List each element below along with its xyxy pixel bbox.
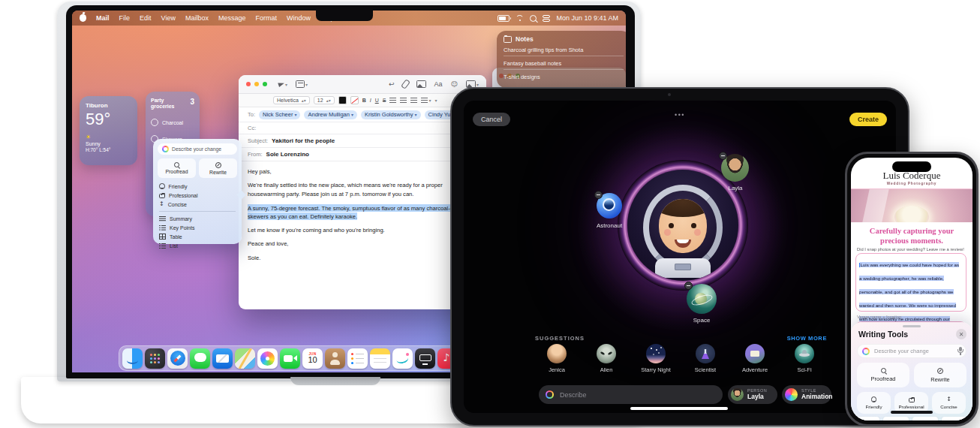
tone-friendly-button[interactable]: Friendly xyxy=(857,392,891,414)
indent-button[interactable]: ▾ xyxy=(434,98,437,103)
reminder-item[interactable]: Charcoal xyxy=(151,119,194,126)
strikethrough-button[interactable]: S xyxy=(383,98,386,103)
note-item[interactable]: Charcoal grilling tips from Shota xyxy=(504,43,624,56)
dock-notes-icon[interactable] xyxy=(370,348,390,369)
sheet-grabber[interactable] xyxy=(903,325,921,327)
suggestion-scientist[interactable] xyxy=(696,344,715,363)
align-center-icon[interactable] xyxy=(400,98,407,103)
suggestion-adventure[interactable] xyxy=(745,344,765,363)
person-chip[interactable]: PERSON Layla xyxy=(728,385,777,404)
dock-facetime-icon[interactable] xyxy=(280,348,300,369)
describe-change-input[interactable] xyxy=(857,344,966,358)
menu-edit[interactable]: Edit xyxy=(140,14,152,22)
format-card-summary[interactable] xyxy=(854,417,879,420)
menu-mail[interactable]: Mail xyxy=(96,14,110,22)
bold-button[interactable]: B xyxy=(362,98,366,103)
recipient-chip[interactable]: Nick Scheer▾ xyxy=(259,110,300,119)
format-card-list[interactable] xyxy=(942,417,967,420)
italic-button[interactable]: I xyxy=(370,98,371,103)
format-key-points-option[interactable]: Key Points xyxy=(158,223,237,232)
suggestion-alien[interactable] xyxy=(597,344,616,363)
menu-mailbox[interactable]: Mailbox xyxy=(185,14,209,22)
from-field[interactable]: From: Sole Lorenzino xyxy=(239,148,486,161)
remove-concept-icon[interactable] xyxy=(719,152,727,160)
emoji-button[interactable]: ☺ xyxy=(451,80,458,88)
menu-view[interactable]: View xyxy=(161,14,176,22)
font-family-select[interactable]: Helvetica▴▾ xyxy=(273,96,310,104)
concept-bubble-astronaut[interactable] xyxy=(597,193,622,219)
format-card-table[interactable] xyxy=(912,417,938,420)
menubar-clock[interactable]: Mon Jun 10 9:41 AM xyxy=(556,14,618,22)
home-indicator[interactable] xyxy=(891,411,933,414)
underline-button[interactable]: U xyxy=(375,98,379,103)
align-right-icon[interactable] xyxy=(410,98,417,103)
dock-appletv-icon[interactable] xyxy=(415,348,435,369)
dock-mail-icon[interactable] xyxy=(212,348,233,369)
dock-safari-icon[interactable] xyxy=(167,348,188,369)
dock-reminders-icon[interactable] xyxy=(347,348,368,369)
to-field[interactable]: To: Nick Scheer▾ Andrew Mulligan▾ Kristi… xyxy=(239,107,486,122)
apple-menu-icon[interactable] xyxy=(80,14,86,22)
dock-finder-icon[interactable] xyxy=(122,348,143,369)
proofread-button[interactable]: Proofread xyxy=(158,158,196,178)
control-center-icon[interactable] xyxy=(543,15,550,22)
fonts-button[interactable]: Aa xyxy=(434,80,443,88)
dock-messages-icon[interactable] xyxy=(190,348,210,369)
notes-widget[interactable]: Notes Charcoal grilling tips from Shota … xyxy=(497,31,626,88)
tone-concise-option[interactable]: ↕ Concise xyxy=(158,200,237,209)
remove-concept-icon[interactable] xyxy=(684,282,693,290)
weather-widget[interactable]: Tiburon 59° ☀ Sunny H:70° L:54° xyxy=(80,96,137,165)
tone-friendly-option[interactable]: Friendly xyxy=(158,182,237,191)
note-item[interactable]: Fantasy baseball notes xyxy=(504,56,624,70)
font-size-select[interactable]: 12▴▾ xyxy=(314,96,335,104)
dock-calendar-icon[interactable]: JUN 10 xyxy=(302,348,323,369)
recipient-chip[interactable]: Kristin Goldsworthy▾ xyxy=(361,110,421,119)
list-style-button[interactable]: ▾ xyxy=(421,98,431,103)
attach-button[interactable] xyxy=(403,80,408,89)
subject-field[interactable]: Subject: Yakitori for the people xyxy=(239,134,486,148)
proofread-button[interactable]: Proofread xyxy=(857,363,909,387)
send-button[interactable]: ▾ xyxy=(278,82,287,87)
align-left-icon[interactable] xyxy=(389,98,396,103)
menu-file[interactable]: File xyxy=(119,14,131,22)
highlight-color-swatch[interactable] xyxy=(350,96,359,104)
menu-format[interactable]: Format xyxy=(255,14,277,22)
minimize-window-icon[interactable] xyxy=(254,82,259,86)
battery-icon[interactable] xyxy=(498,15,510,22)
format-list-option[interactable]: List xyxy=(158,241,237,250)
remove-concept-icon[interactable] xyxy=(594,191,603,199)
wifi-icon[interactable] xyxy=(516,15,524,21)
spotlight-search-icon[interactable] xyxy=(530,15,537,22)
dock-launchpad-icon[interactable] xyxy=(145,348,165,369)
create-button[interactable]: Create xyxy=(849,113,887,126)
home-indicator[interactable] xyxy=(630,407,728,410)
concept-bubble-space[interactable] xyxy=(687,284,717,314)
insert-image-button[interactable] xyxy=(416,80,426,89)
tone-professional-option[interactable]: Professional xyxy=(158,191,237,200)
recipient-chip[interactable]: Andrew Mulligan▾ xyxy=(304,110,356,119)
close-button[interactable]: ✕ xyxy=(956,329,966,339)
zoom-window-icon[interactable] xyxy=(263,82,267,86)
email-body[interactable]: Hey pals, We're finally settled into the… xyxy=(239,161,486,273)
dock-maps-icon[interactable] xyxy=(235,348,255,369)
rewrite-button[interactable]: Rewrite xyxy=(914,363,966,387)
reminder-checkbox-icon[interactable] xyxy=(151,119,158,126)
describe-input[interactable] xyxy=(539,385,723,404)
header-fields-button[interactable]: ▾ xyxy=(296,80,308,88)
menu-message[interactable]: Message xyxy=(218,14,246,22)
close-window-icon[interactable] xyxy=(246,82,251,86)
rewrite-button[interactable]: Rewrite xyxy=(199,158,237,178)
dock-contacts-icon[interactable] xyxy=(325,348,345,369)
dock-photos-icon[interactable] xyxy=(257,348,278,369)
describe-change-field[interactable]: Describe your change xyxy=(158,143,237,155)
suggestion-starry-night[interactable] xyxy=(646,344,666,363)
review-textarea[interactable]: Luis was everything we could have hoped … xyxy=(855,253,966,312)
suggestion-sci-fi[interactable] xyxy=(795,344,814,363)
suggestion-jenica[interactable] xyxy=(547,344,567,363)
note-item[interactable]: T-shirt designs xyxy=(504,70,624,83)
format-summary-option[interactable]: Summary xyxy=(158,214,237,223)
concept-bubble-layla[interactable] xyxy=(721,154,749,182)
dock-freeform-icon[interactable] xyxy=(392,348,413,369)
format-table-option[interactable]: Table xyxy=(158,232,237,241)
more-options-button[interactable]: ••• xyxy=(464,111,896,119)
